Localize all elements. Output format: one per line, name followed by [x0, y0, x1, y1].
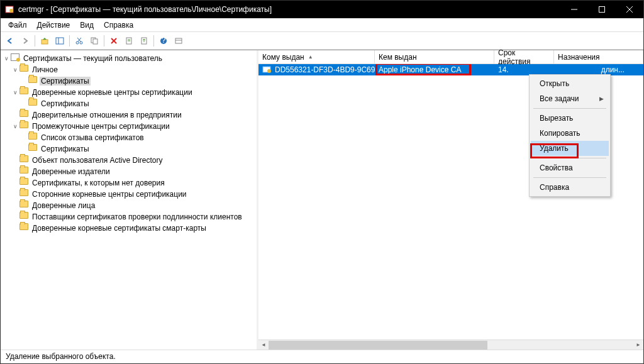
ctx-all-tasks[interactable]: Все задачи▶ [531, 91, 609, 106]
minimize-button[interactable] [560, 1, 588, 18]
export-button[interactable] [137, 34, 151, 48]
folder-icon [19, 65, 30, 75]
help-button[interactable]: ? [157, 34, 170, 48]
properties-button[interactable] [122, 34, 136, 48]
folder-icon [19, 212, 30, 222]
tree-untrusted[interactable]: Сертификаты, к которым нет доверия [31, 179, 166, 187]
tree-intermediate[interactable]: Промежуточные центры сертификации [31, 122, 171, 131]
ctx-delete[interactable]: Удалить [531, 141, 609, 156]
horizontal-scrollbar[interactable]: ◄ ► [258, 339, 643, 350]
ctx-copy[interactable]: Копировать [531, 126, 609, 141]
tree-trusted-root-certs[interactable]: Сертификаты [40, 99, 91, 108]
ctx-separator [533, 177, 606, 178]
menu-view[interactable]: Вид [75, 19, 99, 31]
svg-point-10 [80, 41, 82, 44]
up-button[interactable] [38, 34, 52, 48]
svg-rect-14 [93, 39, 97, 44]
svg-point-1 [9, 9, 13, 13]
sort-asc-icon: ▲ [308, 54, 313, 60]
collapse-icon[interactable]: ∨ [11, 123, 19, 130]
folder-icon [19, 155, 30, 165]
tree-enterprise-trust[interactable]: Доверительные отношения в предприятии [31, 111, 183, 119]
svg-point-9 [76, 41, 79, 44]
back-button[interactable] [3, 34, 17, 48]
tree-trusted-people[interactable]: Доверенные лица [31, 201, 96, 210]
svg-rect-3 [599, 7, 605, 13]
toolbar-separator [35, 35, 35, 47]
cut-button[interactable] [72, 34, 86, 48]
titlebar: certmgr - [Сертификаты — текущий пользов… [1, 1, 643, 18]
ctx-separator [533, 108, 606, 109]
folder-icon [19, 223, 30, 233]
folder-icon [19, 178, 30, 188]
ctx-cut[interactable]: Вырезать [531, 111, 609, 126]
folder-icon [19, 167, 30, 177]
toolbar-separator [153, 35, 154, 47]
folder-icon [28, 99, 38, 109]
close-button[interactable] [616, 1, 643, 18]
ctx-separator [533, 158, 606, 158]
submenu-arrow-icon: ▶ [599, 96, 604, 102]
delete-button[interactable] [107, 34, 121, 48]
copy-button[interactable] [87, 34, 101, 48]
folder-icon [19, 110, 30, 120]
app-icon [4, 4, 14, 14]
tree-pane[interactable]: ∨Сертификаты — текущий пользователь ∨Лич… [1, 50, 258, 350]
cell-expires: 14. [498, 65, 509, 74]
show-hide-tree-button[interactable] [53, 34, 67, 48]
collapse-icon[interactable]: ∨ [2, 55, 11, 62]
ctx-open[interactable]: Открыть [531, 76, 609, 91]
svg-rect-6 [42, 40, 48, 44]
scroll-right-icon[interactable]: ► [633, 341, 643, 350]
tree-trusted-root[interactable]: Доверенные корневые центры сертификации [31, 88, 194, 97]
ctx-help[interactable]: Справка [531, 180, 609, 195]
status-bar: Удаление выбранного объекта. [1, 350, 643, 363]
col-expires[interactable]: Срок действия [494, 50, 554, 63]
window-title: certmgr - [Сертификаты — текущий пользов… [18, 5, 560, 14]
folder-icon [19, 121, 30, 131]
tree-intermediate-certs[interactable]: Сертификаты [40, 145, 91, 153]
tree-third-party[interactable]: Сторонние корневые центры сертификации [31, 190, 188, 199]
cert-store-icon [11, 53, 21, 63]
maximize-button[interactable] [588, 1, 616, 18]
tree-ad-user[interactable]: Объект пользователя Active Directory [31, 156, 164, 165]
cell-issued-to: DD556321-DF3D-4BD9-9C69-60... [275, 65, 375, 74]
certificate-icon [262, 65, 272, 74]
column-headers: Кому выдан▲ Кем выдан Срок действия Назн… [258, 50, 643, 64]
folder-icon [19, 87, 30, 97]
svg-rect-7 [56, 38, 64, 44]
svg-text:?: ? [162, 36, 166, 45]
toolbar-separator [104, 35, 104, 47]
folder-icon [28, 133, 38, 143]
toolbar-separator [69, 35, 70, 47]
col-issued-by[interactable]: Кем выдан [375, 50, 494, 63]
col-purposes[interactable]: Назначения [554, 50, 643, 63]
cell-issued-by: Apple iPhone Device CA [379, 65, 461, 74]
col-issued-to[interactable]: Кому выдан▲ [258, 50, 375, 63]
context-menu: Открыть Все задачи▶ Вырезать Копировать … [529, 74, 611, 197]
svg-line-11 [78, 38, 81, 41]
menu-file[interactable]: Файл [3, 19, 32, 31]
status-text: Удаление выбранного объекта. [6, 352, 116, 361]
menu-help[interactable]: Справка [99, 19, 138, 31]
tree-personal-certs[interactable]: Сертификаты [40, 77, 91, 85]
tree-trusted-publishers[interactable]: Доверенные издатели [31, 167, 111, 176]
tree-smart-card[interactable]: Доверенные корневые сертификаты смарт-ка… [31, 224, 208, 233]
tree-client-auth[interactable]: Поставщики сертификатов проверки подлинн… [31, 212, 243, 221]
folder-icon [19, 189, 30, 199]
collapse-icon[interactable]: ∨ [11, 89, 19, 96]
tree-personal[interactable]: Личное [31, 65, 59, 74]
svg-point-26 [267, 69, 271, 73]
ctx-properties[interactable]: Свойства [531, 160, 609, 175]
scrollbar-thumb[interactable] [269, 341, 487, 350]
tree-crl[interactable]: Список отзыва сертификатов [40, 133, 145, 142]
svg-line-12 [77, 38, 80, 41]
refresh-button[interactable] [172, 34, 186, 48]
scroll-left-icon[interactable]: ◄ [258, 341, 269, 350]
cell-purposes: длин... [601, 65, 625, 74]
folder-icon [28, 76, 38, 86]
tree-root[interactable]: Сертификаты — текущий пользователь [22, 54, 164, 63]
collapse-icon[interactable]: ∨ [11, 67, 19, 73]
menu-action[interactable]: Действие [32, 19, 75, 31]
forward-button[interactable] [18, 34, 32, 48]
